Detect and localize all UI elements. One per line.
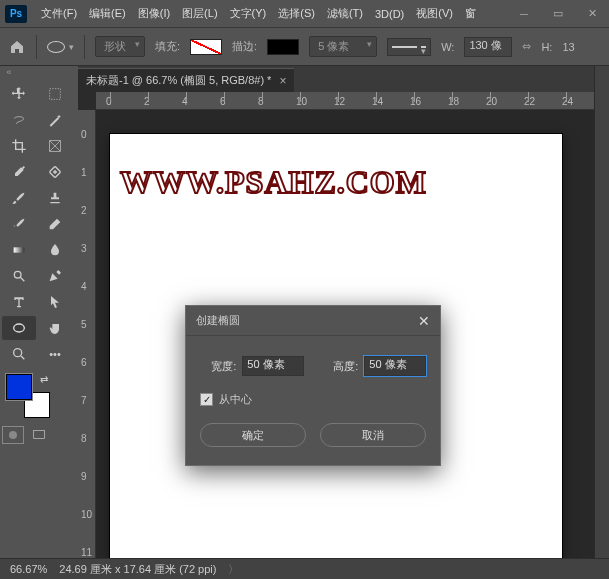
marquee-tool[interactable] — [38, 82, 72, 106]
menu-select[interactable]: 选择(S) — [272, 1, 321, 26]
color-wells: ⇄ — [6, 374, 50, 418]
dialog-height-input[interactable]: 50 像素 — [364, 356, 426, 376]
width-label: W: — [441, 41, 454, 53]
panel-strip[interactable] — [594, 66, 609, 558]
tool-preset-selector[interactable]: ▾ — [47, 41, 74, 53]
svg-rect-7 — [34, 430, 45, 438]
stroke-label: 描边: — [232, 39, 257, 54]
svg-point-4 — [14, 271, 21, 278]
ruler-horizontal[interactable]: 024681012141618202224 — [96, 92, 594, 110]
ellipse-shape-tool[interactable] — [2, 316, 36, 340]
window-maximize-button[interactable]: ▭ — [541, 1, 575, 27]
menu-edit[interactable]: 编辑(E) — [83, 1, 132, 26]
app-logo: Ps — [5, 5, 27, 23]
svg-point-6 — [14, 349, 22, 357]
eyedropper-tool[interactable] — [2, 160, 36, 184]
menu-3d[interactable]: 3D(D) — [369, 3, 410, 25]
tools-panel: ••• ⇄ — [0, 78, 78, 558]
blur-tool[interactable] — [38, 238, 72, 262]
healing-tool[interactable] — [38, 160, 72, 184]
ruler-vertical[interactable]: 01234567891011 — [78, 110, 96, 558]
width-input[interactable]: 130 像 — [464, 37, 512, 57]
status-bar: 66.67% 24.69 厘米 x 17.64 厘米 (72 ppi) 〉 — [0, 558, 609, 579]
document-tabs: 未标题-1 @ 66.7% (椭圆 5, RGB/8#) * × — [78, 66, 594, 92]
fill-swatch[interactable] — [190, 39, 222, 55]
dialog-width-label: 宽度: — [200, 359, 236, 374]
menu-file[interactable]: 文件(F) — [35, 1, 83, 26]
brush-tool[interactable] — [2, 186, 36, 210]
quick-mask-button[interactable] — [2, 426, 24, 444]
menu-filter[interactable]: 滤镜(T) — [321, 1, 369, 26]
dialog-ok-button[interactable]: 确定 — [200, 423, 306, 447]
menu-view[interactable]: 视图(V) — [410, 1, 459, 26]
stamp-tool[interactable] — [38, 186, 72, 210]
menu-image[interactable]: 图像(I) — [132, 1, 176, 26]
status-caret-icon[interactable]: 〉 — [228, 562, 239, 577]
type-tool[interactable] — [2, 290, 36, 314]
svg-point-5 — [14, 324, 25, 332]
eraser-tool[interactable] — [38, 212, 72, 236]
chevron-down-icon: ▾ — [69, 42, 74, 52]
pen-tool[interactable] — [38, 264, 72, 288]
height-label: H: — [541, 41, 552, 53]
menu-window[interactable]: 窗 — [459, 1, 482, 26]
frame-tool[interactable] — [38, 134, 72, 158]
menu-text[interactable]: 文字(Y) — [224, 1, 273, 26]
window-minimize-button[interactable]: ─ — [507, 1, 541, 27]
svg-rect-0 — [50, 89, 61, 100]
dialog-height-label: 高度: — [322, 359, 358, 374]
more-tools[interactable]: ••• — [38, 342, 72, 366]
close-tab-icon[interactable]: × — [279, 74, 286, 88]
svg-rect-3 — [14, 247, 25, 252]
dialog-close-button[interactable]: ✕ — [418, 313, 430, 329]
stroke-width-dropdown[interactable]: 5 像素 — [309, 36, 377, 57]
separator — [84, 35, 85, 59]
magic-wand-tool[interactable] — [38, 108, 72, 132]
ellipse-icon — [47, 41, 65, 53]
hand-tool[interactable] — [38, 316, 72, 340]
zoom-tool[interactable] — [2, 342, 36, 366]
dialog-title: 创建椭圆 — [196, 313, 240, 328]
history-brush-tool[interactable] — [2, 212, 36, 236]
from-center-label: 从中心 — [219, 392, 252, 407]
crop-tool[interactable] — [2, 134, 36, 158]
swap-colors-icon[interactable]: ⇄ — [40, 374, 48, 385]
dialog-width-input[interactable]: 50 像素 — [242, 356, 304, 376]
height-value: 13 — [562, 41, 574, 53]
from-center-checkbox[interactable]: ✓ — [200, 393, 213, 406]
window-close-button[interactable]: ✕ — [575, 1, 609, 27]
home-icon[interactable] — [8, 39, 26, 55]
titlebar: Ps 文件(F) 编辑(E) 图像(I) 图层(L) 文字(Y) 选择(S) 滤… — [0, 0, 609, 28]
fill-label: 填充: — [155, 39, 180, 54]
screen-mode-button[interactable] — [28, 426, 50, 444]
menu-layer[interactable]: 图层(L) — [176, 1, 223, 26]
status-zoom[interactable]: 66.67% — [10, 563, 47, 575]
separator — [36, 35, 37, 59]
lasso-tool[interactable] — [2, 108, 36, 132]
stroke-style-dropdown[interactable]: ▾ — [387, 38, 431, 56]
status-dimensions[interactable]: 24.69 厘米 x 17.64 厘米 (72 ppi) — [59, 562, 216, 577]
create-ellipse-dialog: 创建椭圆 ✕ 宽度: 50 像素 高度: 50 像素 ✓ 从中心 确定 取消 — [185, 305, 441, 466]
path-select-tool[interactable] — [38, 290, 72, 314]
gradient-tool[interactable] — [2, 238, 36, 262]
foreground-color-well[interactable] — [6, 374, 32, 400]
shape-mode-dropdown[interactable]: 形状 — [95, 36, 145, 57]
dodge-tool[interactable] — [2, 264, 36, 288]
stroke-swatch[interactable] — [267, 39, 299, 55]
dialog-cancel-button[interactable]: 取消 — [320, 423, 426, 447]
collapse-handle[interactable]: « — [0, 66, 18, 78]
move-tool[interactable] — [2, 82, 36, 106]
link-wh-icon[interactable]: ⇔ — [522, 40, 531, 53]
options-bar: ▾ 形状 填充: 描边: 5 像素 ▾ W: 130 像 ⇔ H: 13 — [0, 28, 609, 66]
document-tab[interactable]: 未标题-1 @ 66.7% (椭圆 5, RGB/8#) * × — [78, 68, 294, 92]
canvas-text: WWW.PSAHZ.COM — [120, 164, 427, 201]
tab-title: 未标题-1 @ 66.7% (椭圆 5, RGB/8#) * — [86, 73, 271, 88]
